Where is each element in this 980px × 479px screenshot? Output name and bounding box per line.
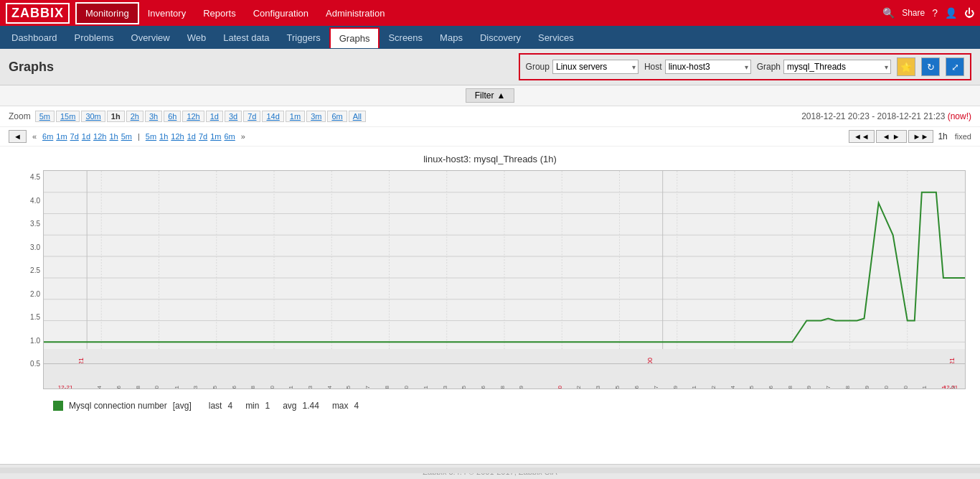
legend-type: [avg] <box>173 401 192 411</box>
nav-back-1m[interactable]: 1m <box>56 132 67 141</box>
time-separator: - <box>872 111 877 121</box>
nav-separator-right: » <box>241 132 245 141</box>
nav-center-arrows[interactable]: ◄ ► <box>876 130 907 143</box>
tab-graphs[interactable]: Graphs <box>329 27 380 48</box>
svg-text:20:40: 20:40 <box>269 385 275 389</box>
tab-latest-data[interactable]: Latest data <box>215 28 278 47</box>
svg-text:21:00: 21:00 <box>557 385 563 389</box>
zoom-2h[interactable]: 2h <box>126 111 143 122</box>
zoom-bar: Zoom 5m 15m 30m 1h 2h 3h 6h 12h 1d 3d 7d… <box>0 106 980 127</box>
nav-left-far[interactable]: ◄◄ <box>849 130 875 143</box>
filter-label: Filter <box>475 90 494 101</box>
graph-select[interactable]: mysql_Threads <box>783 60 891 74</box>
svg-text:20:44: 20:44 <box>326 385 333 389</box>
host-select[interactable]: linux-host3 <box>665 60 751 74</box>
expand-button[interactable]: ⤢ <box>946 57 964 76</box>
legend-last-label: last <box>209 401 222 411</box>
refresh-button[interactable]: ↻ <box>921 57 940 76</box>
legend-metric-name: Mysql connection number <box>69 401 167 411</box>
nav-fwd-1h[interactable]: 1h <box>159 132 168 141</box>
svg-text:20:26: 20:26 <box>116 385 122 389</box>
nav-fwd-7d[interactable]: 7d <box>199 132 207 141</box>
help-icon[interactable]: ? <box>932 7 938 19</box>
zoom-3m[interactable]: 3m <box>306 111 326 122</box>
tab-triggers[interactable]: Triggers <box>278 28 329 47</box>
search-icon[interactable]: 🔍 <box>882 7 895 19</box>
zoom-3d[interactable]: 3d <box>225 111 242 122</box>
y-label-30: 3.0 <box>30 243 40 251</box>
svg-text:20:31: 20:31 <box>174 385 180 389</box>
zoom-5m[interactable]: 5m <box>35 111 55 122</box>
svg-text:21:06: 21:06 <box>633 385 640 389</box>
filter-button[interactable]: Filter ▲ <box>466 88 515 103</box>
tab-web[interactable]: Web <box>179 28 215 47</box>
nav-back-7d[interactable]: 7d <box>70 132 79 141</box>
zoom-1d[interactable]: 1d <box>206 111 223 122</box>
zoom-30m[interactable]: 30m <box>81 111 105 122</box>
tab-discovery[interactable]: Discovery <box>471 28 529 47</box>
tab-screens[interactable]: Screens <box>380 28 431 47</box>
svg-text:21:18: 21:18 <box>844 385 851 389</box>
nav-back-button[interactable]: ◄ <box>9 130 27 143</box>
zoom-12h[interactable]: 12h <box>182 111 204 122</box>
svg-text:20:48: 20:48 <box>384 385 390 389</box>
tab-dashboard[interactable]: Dashboard <box>3 28 66 47</box>
favorite-button[interactable]: ⭐ <box>897 57 915 76</box>
y-label-40: 4.0 <box>30 197 40 205</box>
nav-back-1d[interactable]: 1d <box>82 132 90 141</box>
group-select[interactable]: Linux servers <box>552 60 639 74</box>
svg-text:21:00: 21:00 <box>646 358 654 364</box>
svg-text:12-21: 12-21 <box>58 384 73 389</box>
nav-right-far[interactable]: ►► <box>908 130 934 143</box>
user-icon[interactable]: 👤 <box>945 7 957 19</box>
graph-container: linux-host3: mysql_Threads (1h) 4.5 4.0 … <box>0 147 980 424</box>
nav-fwd-6m[interactable]: 6m <box>225 132 235 141</box>
legend-avg-value: 1.44 <box>303 401 319 411</box>
tab-problems[interactable]: Problems <box>66 28 123 47</box>
share-icon[interactable]: Share <box>902 8 925 18</box>
svg-text:20:53: 20:53 <box>442 385 448 389</box>
svg-text:20:51: 20:51 <box>423 385 429 389</box>
nav-fwd-1d[interactable]: 1d <box>187 132 196 141</box>
nav-monitoring[interactable]: Monitoring <box>75 2 139 24</box>
zoom-controls: Zoom 5m 15m 30m 1h 2h 3h 6h 12h 1d 3d 7d… <box>9 111 366 122</box>
zoom-14d[interactable]: 14d <box>262 111 283 122</box>
legend-max-label: max <box>332 401 349 411</box>
logo: ZABBIX <box>6 3 70 24</box>
filter-bar: Filter ▲ <box>0 85 980 106</box>
svg-text:21:19: 21:19 <box>864 385 870 389</box>
filter-arrow-icon: ▲ <box>496 90 505 101</box>
tab-overview[interactable]: Overview <box>123 28 179 47</box>
nav-back-12h[interactable]: 12h <box>93 132 106 141</box>
zoom-1m[interactable]: 1m <box>286 111 305 122</box>
tab-maps[interactable]: Maps <box>431 28 471 47</box>
zoom-7d[interactable]: 7d <box>243 111 260 122</box>
nav-back-1h[interactable]: 1h <box>109 132 118 141</box>
zoom-1h[interactable]: 1h <box>107 111 125 122</box>
nav-inventory[interactable]: Inventory <box>139 4 194 23</box>
nav-fwd-1m[interactable]: 1m <box>210 132 221 141</box>
power-icon[interactable]: ⏻ <box>964 7 974 19</box>
svg-text:20:56: 20:56 <box>480 385 486 389</box>
nav-reports[interactable]: Reports <box>194 4 245 23</box>
time-end: 2018-12-21 21:23 <box>877 111 946 121</box>
zoom-3h[interactable]: 3h <box>145 111 162 122</box>
nav-administration[interactable]: Administration <box>317 4 393 23</box>
svg-text:21:09: 21:09 <box>672 385 679 389</box>
nav-back-5m[interactable]: 5m <box>121 132 132 141</box>
nav-fwd-12h[interactable]: 12h <box>171 132 184 141</box>
svg-text:21:17: 21:17 <box>825 385 831 389</box>
page-header: Graphs Group Linux servers Host linux-ho… <box>0 49 980 85</box>
zoom-6m[interactable]: 6m <box>327 111 347 122</box>
tab-services[interactable]: Services <box>529 28 583 47</box>
graph-with-yaxis: 4.5 4.0 3.5 3.0 2.5 2.0 1.5 1.0 0.5 <box>14 170 966 389</box>
nav-configuration[interactable]: Configuration <box>245 4 317 23</box>
zoom-15m[interactable]: 15m <box>56 111 80 122</box>
nav-back-6m[interactable]: 6m <box>42 132 53 141</box>
svg-text:20:24: 20:24 <box>96 385 103 389</box>
zoom-6h[interactable]: 6h <box>164 111 181 122</box>
svg-text:20:59: 20:59 <box>518 385 524 389</box>
y-label-10: 1.0 <box>30 337 40 345</box>
nav-fwd-5m[interactable]: 5m <box>146 132 156 141</box>
zoom-all[interactable]: All <box>349 111 366 122</box>
